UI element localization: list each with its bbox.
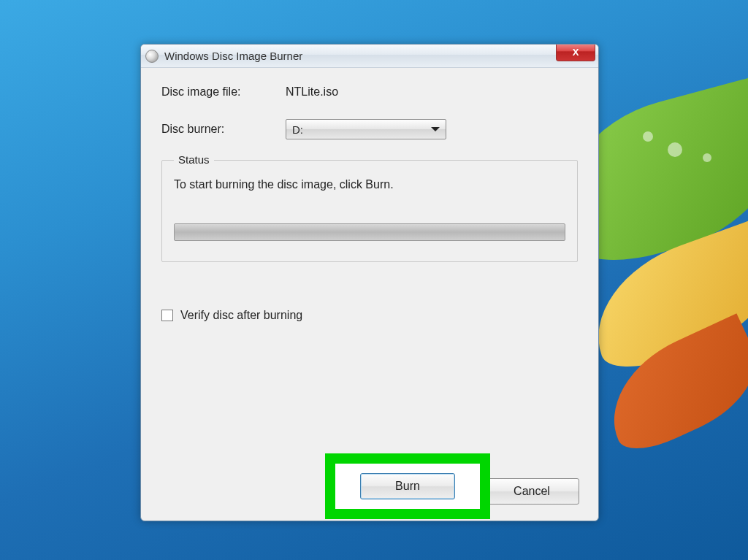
status-legend: Status: [174, 153, 214, 166]
disc-image-burner-dialog: Windows Disc Image Burner X Disc image f…: [140, 44, 599, 521]
dialog-body: Disc image file: NTLite.iso Disc burner:…: [141, 68, 598, 334]
status-message: To start burning the disc image, click B…: [174, 178, 565, 191]
progress-bar: [174, 223, 565, 241]
close-icon: X: [573, 47, 579, 58]
disc-burner-selected-value: D:: [292, 123, 303, 136]
status-group: Status To start burning the disc image, …: [161, 160, 578, 262]
chevron-down-icon: [431, 127, 440, 131]
disc-image-file-label: Disc image file:: [161, 85, 286, 99]
disc-image-file-value: NTLite.iso: [286, 85, 578, 99]
window-title: Windows Disc Image Burner: [164, 50, 302, 62]
titlebar[interactable]: Windows Disc Image Burner X: [141, 45, 598, 68]
close-button[interactable]: X: [556, 44, 595, 61]
app-disc-icon: [145, 50, 159, 63]
disc-burner-label: Disc burner:: [161, 123, 286, 136]
cancel-button[interactable]: Cancel: [484, 478, 579, 505]
verify-disc-checkbox[interactable]: [161, 310, 173, 321]
burn-button-highlighted[interactable]: Burn: [360, 473, 455, 499]
disc-burner-dropdown[interactable]: D:: [286, 119, 446, 139]
verify-disc-label[interactable]: Verify disc after burning: [180, 309, 302, 322]
